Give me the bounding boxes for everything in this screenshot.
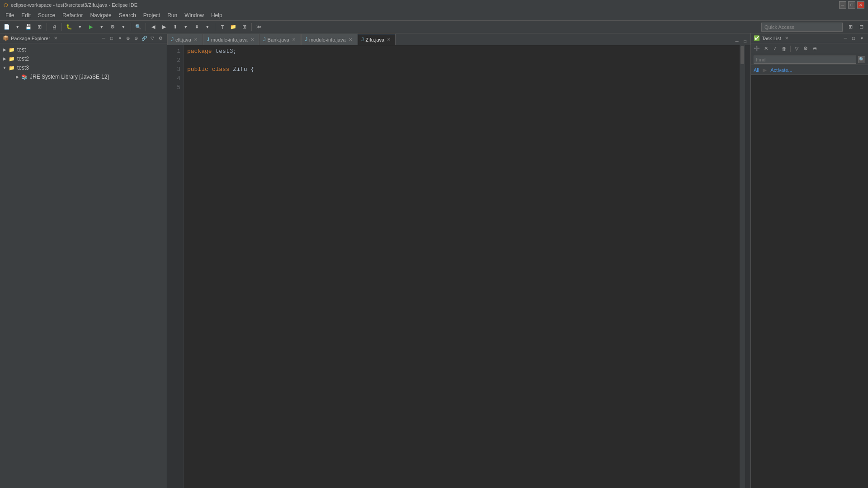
package-explorer-icon: 📦 bbox=[3, 35, 9, 41]
pkg-collapse-button[interactable]: ⊖ bbox=[132, 35, 140, 42]
next-edit-button[interactable]: ▶ bbox=[159, 22, 169, 32]
tree-item-test2[interactable]: ▶ 📁 test2 bbox=[0, 54, 167, 63]
task-activate-link[interactable]: Activate... bbox=[770, 67, 792, 73]
run-button[interactable]: ▶ bbox=[86, 22, 96, 32]
minimize-button[interactable]: ─ bbox=[839, 1, 846, 9]
tab-close-module1[interactable]: ✕ bbox=[250, 37, 255, 42]
menu-refactor[interactable]: Refactor bbox=[59, 10, 86, 21]
open-perspective-button[interactable]: ⊞ bbox=[845, 22, 855, 32]
task-delete-button[interactable]: ✕ bbox=[762, 45, 770, 53]
task-filter-button[interactable]: ▽ bbox=[793, 45, 801, 53]
new-dropdown-button[interactable]: ▾ bbox=[13, 22, 23, 32]
tab-close-module2[interactable]: ✕ bbox=[348, 37, 353, 42]
menu-project[interactable]: Project bbox=[140, 10, 164, 21]
tree-label-test3: test3 bbox=[17, 65, 29, 71]
tree-item-test3[interactable]: ▼ 📁 test3 bbox=[0, 63, 167, 72]
prev-edit-button[interactable]: ◀ bbox=[148, 22, 158, 32]
task-list-maximize-button[interactable]: □ bbox=[850, 35, 857, 42]
external-tools-button[interactable]: ⚙ bbox=[108, 22, 118, 32]
tab-zifu-java[interactable]: J Zifu.java ✕ bbox=[358, 34, 396, 45]
task-purge-button[interactable]: 🗑 bbox=[780, 45, 788, 53]
tree-item-test[interactable]: ▶ 📁 test bbox=[0, 45, 167, 54]
open-resource-button[interactable]: 📁 bbox=[228, 22, 238, 32]
toolbar-sep-1 bbox=[47, 23, 47, 31]
package-explorer-close-icon[interactable]: ✕ bbox=[54, 36, 57, 41]
task-list-view-menu[interactable]: ▾ bbox=[858, 35, 865, 42]
save-all-button[interactable]: ⊞ bbox=[34, 22, 44, 32]
close-button[interactable]: ✕ bbox=[857, 1, 864, 9]
pkg-link-button[interactable]: 🔗 bbox=[141, 35, 148, 42]
prev-annotation-dropdown[interactable]: ▾ bbox=[181, 22, 191, 32]
task-settings-button[interactable]: ⚙ bbox=[802, 45, 810, 53]
next-annotation-button[interactable]: ⬇ bbox=[192, 22, 202, 32]
pkg-minimize-button[interactable]: ─ bbox=[100, 35, 107, 42]
tab-module-info-1[interactable]: J module-info.java ✕ bbox=[203, 34, 259, 45]
tree-arrow-test: ▶ bbox=[2, 47, 7, 52]
task-list-close-icon[interactable]: ✕ bbox=[785, 36, 788, 41]
perspective-button[interactable]: ⊞ bbox=[239, 22, 249, 32]
menu-source[interactable]: Source bbox=[34, 10, 59, 21]
task-add-button[interactable]: ➕ bbox=[753, 45, 761, 53]
pkg-expand-button[interactable]: ⊕ bbox=[124, 35, 132, 42]
task-complete-button[interactable]: ✓ bbox=[771, 45, 779, 53]
editor-minimize-button[interactable]: ─ bbox=[733, 38, 741, 45]
quick-access-input[interactable]: Quick Access bbox=[761, 23, 843, 32]
menu-window[interactable]: Window bbox=[181, 10, 208, 21]
task-content bbox=[751, 75, 868, 488]
task-separator-btn bbox=[790, 46, 791, 52]
editor-maximize-button[interactable]: □ bbox=[741, 38, 749, 45]
editor-scroll-thumb[interactable] bbox=[741, 46, 744, 64]
task-find-button[interactable]: 🔍 bbox=[858, 56, 865, 63]
open-type-button[interactable]: T bbox=[217, 22, 227, 32]
toolbar-more-button[interactable]: ≫ bbox=[254, 22, 264, 32]
task-all-link[interactable]: All bbox=[754, 67, 759, 73]
run-dropdown-button[interactable]: ▾ bbox=[97, 22, 107, 32]
quick-access-label: Quick Access bbox=[764, 24, 794, 30]
tab-close-cft[interactable]: ✕ bbox=[193, 37, 198, 42]
tab-module-info-2[interactable]: J module-info.java ✕ bbox=[301, 34, 357, 45]
tab-close-bank[interactable]: ✕ bbox=[291, 37, 297, 42]
next-annotation-dropdown[interactable]: ▾ bbox=[203, 22, 212, 32]
external-tools-dropdown[interactable]: ▾ bbox=[118, 22, 128, 32]
editor-scrollbar[interactable] bbox=[740, 45, 745, 488]
package-tree: ▶ 📁 test ▶ 📁 test2 ▼ 📁 test3 ▶ 📚 JRE Sys… bbox=[0, 43, 167, 488]
toolbar: 📄 ▾ 💾 ⊞ 🖨 🐛 ▾ ▶ ▾ ⚙ ▾ 🔍 ◀ ▶ ⬆ ▾ ⬇ ▾ T 📁 … bbox=[0, 21, 868, 33]
tab-close-zifu[interactable]: ✕ bbox=[386, 37, 392, 42]
debug-dropdown-button[interactable]: ▾ bbox=[75, 22, 85, 32]
project-icon-test: 📁 bbox=[8, 46, 15, 53]
task-list-minimize-button[interactable]: ─ bbox=[842, 35, 849, 42]
print-button[interactable]: 🖨 bbox=[49, 22, 59, 32]
task-link-separator: ▶ bbox=[763, 67, 767, 73]
maximize-button[interactable]: □ bbox=[848, 1, 855, 9]
task-collapse-button[interactable]: ⊖ bbox=[811, 45, 819, 53]
tab-cft-java[interactable]: J cft.java ✕ bbox=[167, 34, 203, 45]
new-file-button[interactable]: 📄 bbox=[2, 22, 12, 32]
pkg-maximize-button[interactable]: □ bbox=[108, 35, 115, 42]
pkg-view-menu-button[interactable]: ▾ bbox=[116, 35, 123, 42]
toolbar-sep-3 bbox=[131, 23, 131, 31]
tree-label-test2: test2 bbox=[17, 56, 29, 62]
perspective-settings-button[interactable]: ⊟ bbox=[856, 22, 866, 32]
tab-icon-cft: J bbox=[171, 37, 174, 42]
code-editor[interactable]: 1 2 3 4 5 package test3; public class Zi… bbox=[167, 45, 750, 488]
menu-run[interactable]: Run bbox=[164, 10, 181, 21]
tab-bank-java[interactable]: J Bank.java ✕ bbox=[259, 34, 301, 45]
menu-file[interactable]: File bbox=[2, 10, 18, 21]
task-find-input[interactable] bbox=[754, 56, 856, 64]
menu-navigate[interactable]: Navigate bbox=[86, 10, 115, 21]
prev-annotation-button[interactable]: ⬆ bbox=[170, 22, 180, 32]
tree-arrow-test3: ▼ bbox=[2, 65, 7, 70]
search-button[interactable]: 🔍 bbox=[133, 22, 143, 32]
code-content[interactable]: package test3; public class Zifu { bbox=[184, 45, 740, 488]
debug-button[interactable]: 🐛 bbox=[64, 22, 74, 32]
pkg-settings-button[interactable]: ⚙ bbox=[157, 35, 164, 42]
menu-help[interactable]: Help bbox=[208, 10, 226, 21]
pkg-filter-button[interactable]: ▽ bbox=[149, 35, 156, 42]
tree-item-jre[interactable]: ▶ 📚 JRE System Library [JavaSE-12] bbox=[0, 72, 167, 81]
package-explorer-title: Package Explorer bbox=[11, 36, 50, 41]
eclipse-icon: ⬡ bbox=[4, 2, 8, 8]
line-numbers: 1 2 3 4 5 bbox=[167, 45, 184, 488]
menu-search[interactable]: Search bbox=[115, 10, 140, 21]
save-button[interactable]: 💾 bbox=[24, 22, 33, 32]
menu-edit[interactable]: Edit bbox=[18, 10, 34, 21]
